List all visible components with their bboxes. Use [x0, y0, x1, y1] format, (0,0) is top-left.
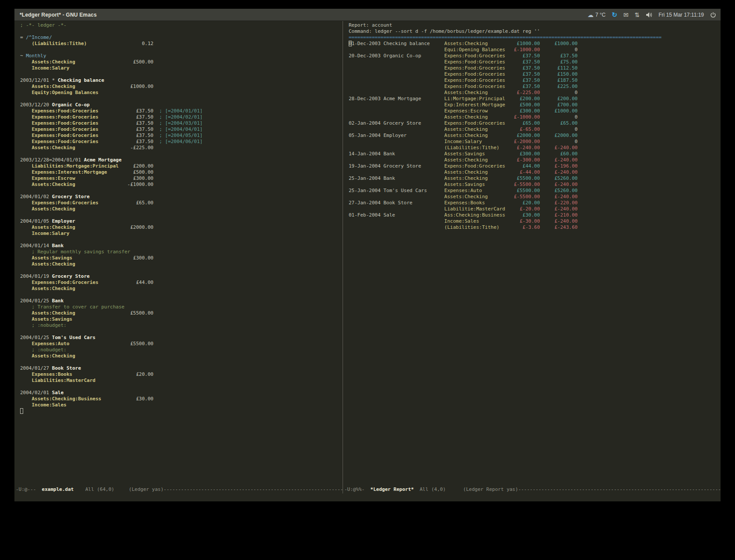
clock-label[interactable]: Fri 15 Mar 17:11:19	[658, 12, 704, 18]
mail-icon[interactable]: ✉	[623, 11, 629, 18]
left-window: ; -*- ledger -*- = /^Income/ (Liabilitie…	[14, 21, 343, 494]
echo-area[interactable]	[14, 494, 721, 501]
ledger-report-buffer[interactable]: Report: account Command: ledger --sort d…	[343, 21, 721, 486]
sync-icon[interactable]: ↻	[612, 11, 617, 19]
window-title: *Ledger Report* - GNU Emacs	[20, 12, 97, 18]
right-modeline[interactable]: -U:@%%- *Ledger Report* All (4,0) (Ledge…	[343, 486, 721, 494]
network-icon[interactable]: ⇅	[634, 11, 640, 18]
power-icon[interactable]	[710, 12, 716, 18]
system-tray: ☁ 7 °C ↻ ✉ ⇅ Fri 15 Mar 17:11:19	[588, 11, 716, 19]
weather-widget[interactable]: ☁ 7 °C	[588, 11, 606, 18]
left-modeline[interactable]: -U:@--- example.dat All (64,0) (Ledger y…	[14, 486, 343, 494]
volume-icon[interactable]	[646, 12, 652, 18]
titlebar: *Ledger Report* - GNU Emacs ☁ 7 °C ↻ ✉ ⇅…	[14, 9, 721, 21]
frame: ; -*- ledger -*- = /^Income/ (Liabilitie…	[14, 21, 721, 494]
emacs-window: *Ledger Report* - GNU Emacs ☁ 7 °C ↻ ✉ ⇅…	[14, 9, 721, 501]
ledger-file-buffer[interactable]: ; -*- ledger -*- = /^Income/ (Liabilitie…	[14, 21, 343, 486]
temperature-label: 7 °C	[595, 12, 606, 18]
right-window: Report: account Command: ledger --sort d…	[343, 21, 721, 494]
weather-icon: ☁	[588, 11, 594, 18]
